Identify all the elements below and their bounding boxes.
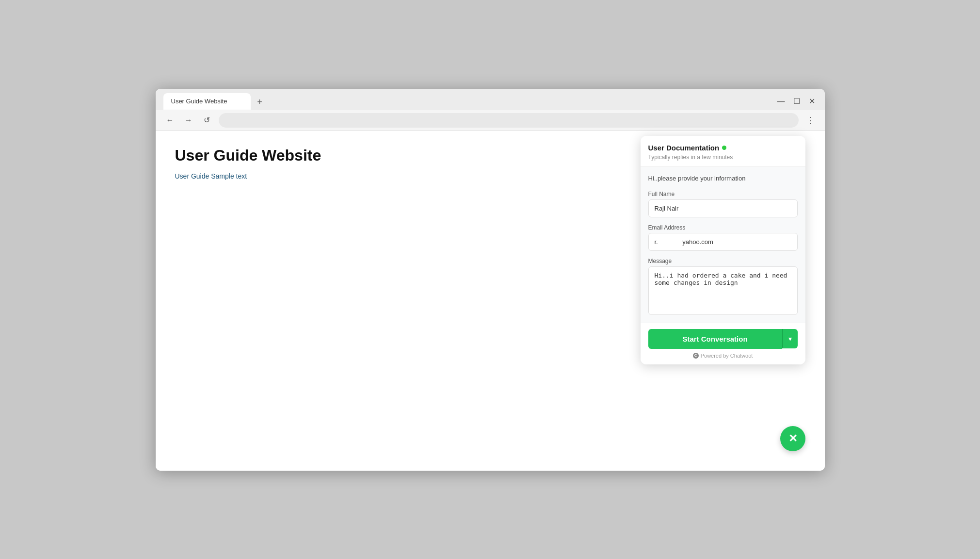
tab-bar: User Guide Website + [163, 93, 776, 110]
chevron-down-icon: ▾ [788, 335, 792, 343]
full-name-input[interactable] [648, 199, 798, 217]
chat-greeting: Hi..please provide your information [648, 175, 798, 182]
browser-window: User Guide Website + — ☐ ✕ ← [156, 89, 825, 471]
start-conversation-label: Start Conversation [682, 335, 747, 343]
maximize-button[interactable]: ☐ [792, 97, 802, 106]
new-tab-icon: + [257, 97, 262, 107]
browser-titlebar: User Guide Website + — ☐ ✕ [156, 89, 825, 110]
forward-icon: → [185, 116, 193, 125]
browser-chrome: User Guide Website + — ☐ ✕ ← [156, 89, 825, 131]
menu-icon: ⋮ [806, 115, 815, 126]
chat-header-info: User Documentation Typically replies in … [648, 144, 798, 161]
close-button[interactable]: ✕ [807, 97, 817, 106]
address-bar[interactable] [219, 113, 799, 128]
message-group: Message [648, 258, 798, 315]
back-icon: ← [166, 116, 174, 125]
reload-icon: ↺ [204, 115, 210, 125]
maximize-icon: ☐ [793, 97, 800, 106]
chat-title-row: User Documentation [648, 144, 798, 152]
start-conversation-button[interactable]: Start Conversation [648, 329, 782, 349]
email-input[interactable] [648, 233, 798, 251]
reload-button[interactable]: ↺ [200, 114, 214, 127]
chat-fab-button[interactable]: ✕ [780, 426, 805, 451]
email-group: Email Address [648, 224, 798, 251]
powered-by-text: Powered by Chatwoot [701, 353, 753, 359]
browser-toolbar: ← → ↺ ⋮ [156, 110, 825, 131]
chat-footer: Start Conversation ▾ C Powered by Chatwo… [641, 323, 805, 364]
close-fab-icon: ✕ [788, 432, 797, 445]
tab-label: User Guide Website [171, 98, 227, 105]
chat-widget: User Documentation Typically replies in … [641, 136, 805, 364]
start-conversation-arrow[interactable]: ▾ [782, 329, 798, 348]
minimize-button[interactable]: — [776, 97, 786, 106]
close-icon: ✕ [809, 97, 815, 106]
full-name-group: Full Name [648, 191, 798, 217]
start-btn-row: Start Conversation ▾ [648, 329, 798, 349]
active-tab[interactable]: User Guide Website [163, 93, 251, 110]
chatwoot-logo: C [693, 353, 699, 359]
powered-by: C Powered by Chatwoot [648, 353, 798, 359]
message-textarea[interactable] [648, 266, 798, 315]
minimize-icon: — [777, 97, 785, 106]
back-button[interactable]: ← [163, 114, 177, 127]
full-name-label: Full Name [648, 191, 798, 197]
forward-button[interactable]: → [182, 114, 195, 127]
window-controls: — ☐ ✕ [776, 97, 817, 106]
chat-header: User Documentation Typically replies in … [641, 136, 805, 167]
page-content: User Guide Website User Guide Sample tex… [156, 131, 825, 471]
chat-body: Hi..please provide your information Full… [641, 167, 805, 323]
message-label: Message [648, 258, 798, 264]
new-tab-button[interactable]: + [253, 95, 267, 110]
chat-reply-status: Typically replies in a few minutes [648, 154, 798, 161]
browser-menu-button[interactable]: ⋮ [803, 114, 817, 127]
email-label: Email Address [648, 224, 798, 231]
online-status-dot [722, 146, 726, 150]
chat-title: User Documentation [648, 144, 720, 152]
